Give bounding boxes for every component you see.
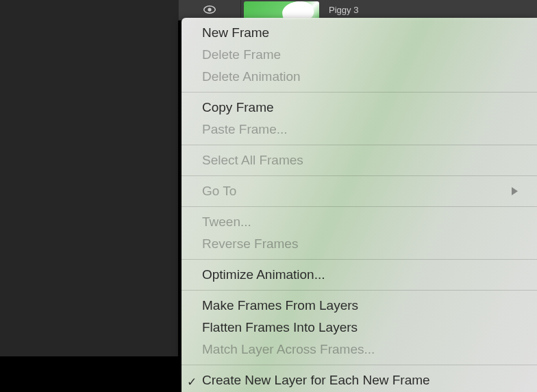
menu-item-optimize-animation[interactable]: Optimize Animation... [182, 264, 537, 286]
submenu-arrow-icon [512, 187, 518, 195]
app-root: Piggy 3 New Frame Delete Frame Delete An… [0, 0, 537, 392]
menu-item-label: New Frame [202, 24, 518, 42]
layer-name-label: Piggy 3 [329, 5, 358, 15]
menu-item-label: Paste Frame... [202, 121, 518, 138]
menu-item-label: Delete Frame [202, 46, 518, 64]
menu-item-select-all-frames: Select All Frames [182, 149, 537, 171]
eye-icon [203, 4, 216, 16]
menu-item-label: Go To [202, 182, 503, 200]
menu-item-delete-frame: Delete Frame [182, 44, 537, 66]
menu-item-label: Flatten Frames Into Layers [202, 319, 518, 336]
menu-item-label: Optimize Animation... [202, 266, 518, 284]
menu-item-copy-frame[interactable]: Copy Frame [182, 97, 537, 119]
menu-item-reverse-frames: Reverse Frames [182, 233, 537, 255]
menu-item-make-frames-from-layers[interactable]: Make Frames From Layers [182, 295, 537, 317]
svg-point-1 [208, 8, 211, 11]
menu-item-label: Tween... [202, 213, 518, 231]
menu-item-label: Make Frames From Layers [202, 297, 518, 315]
menu-item-new-frame[interactable]: New Frame [182, 22, 537, 44]
menu-item-label: Copy Frame [202, 99, 518, 117]
canvas-area [0, 0, 178, 356]
menu-item-label: Match Layer Across Frames... [202, 341, 518, 358]
menu-item-match-layer-across-frames: Match Layer Across Frames... [182, 339, 537, 360]
menu-item-create-new-layer-each-frame[interactable]: ✓ Create New Layer for Each New Frame [182, 369, 537, 391]
menu-item-go-to: Go To [182, 180, 537, 202]
menu-item-tween: Tween... [182, 211, 537, 233]
timeline-context-menu: New Frame Delete Frame Delete Animation … [182, 18, 537, 392]
menu-item-paste-frame: Paste Frame... [182, 119, 537, 140]
menu-item-label: Create New Layer for Each New Frame [202, 371, 518, 389]
menu-item-delete-animation: Delete Animation [182, 66, 537, 88]
menu-item-flatten-frames-into-layers[interactable]: Flatten Frames Into Layers [182, 317, 537, 339]
menu-item-label: Reverse Frames [202, 235, 518, 253]
menu-item-label: Select All Frames [202, 151, 518, 169]
menu-item-label: Delete Animation [202, 68, 518, 86]
checkmark-icon: ✓ [187, 373, 197, 391]
layer-thumbnail[interactable] [244, 1, 319, 19]
canvas-border-bottom [0, 356, 178, 392]
